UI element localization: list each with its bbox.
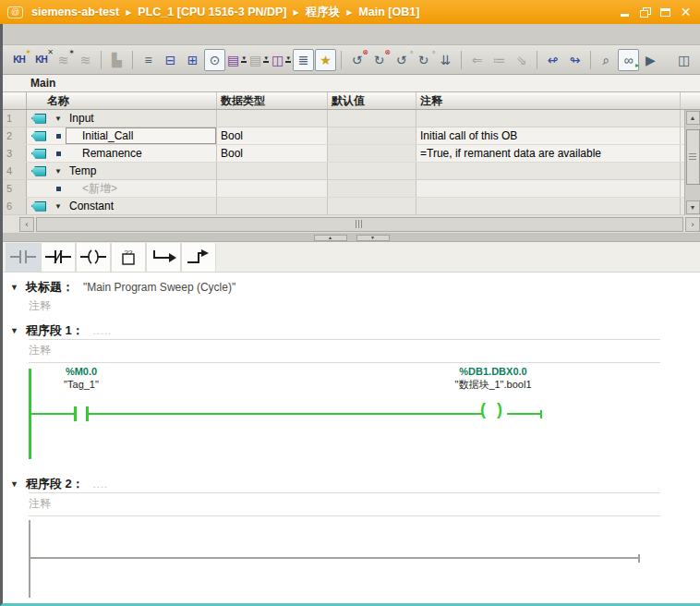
absolute-operands-icon[interactable]: ⇐ bbox=[466, 49, 488, 71]
row-number[interactable]: 2 bbox=[3, 127, 27, 144]
contact-operand-label[interactable]: %M0.0 "Tag_1" bbox=[30, 365, 132, 391]
contact-address[interactable]: %M0.0 bbox=[30, 365, 132, 378]
coil-address[interactable]: %DB1.DBX0.0 bbox=[410, 365, 576, 378]
cell-comment[interactable] bbox=[416, 110, 681, 127]
empty-box-icon[interactable]: ?? bbox=[111, 243, 146, 272]
cell-comment[interactable] bbox=[416, 198, 681, 214]
header-datatype[interactable]: 数据类型 bbox=[217, 92, 328, 109]
row-marker-cell[interactable]: ▼ bbox=[51, 198, 66, 214]
network-1-header[interactable]: ▼ 程序段 1： ..... bbox=[10, 322, 700, 339]
goto-next-error-icon[interactable]: ↻⊗ bbox=[368, 49, 390, 71]
table-row[interactable]: 4▼Temp bbox=[3, 163, 700, 180]
collapse-networks-icon[interactable]: ⊟ bbox=[160, 49, 181, 71]
network-2-title-placeholder[interactable]: .... bbox=[93, 479, 108, 490]
free-form-comments-icon[interactable]: ▤▼ bbox=[248, 49, 270, 71]
network-comments-icon[interactable]: ≡ bbox=[138, 49, 159, 71]
operand-display-icon[interactable]: ◫▼ bbox=[271, 49, 292, 71]
network-2-rung[interactable] bbox=[3, 516, 700, 603]
table-row[interactable]: 3RemanenceBool=True, if remanent data ar… bbox=[3, 145, 700, 163]
outdent-icon[interactable]: ⇘ bbox=[511, 49, 532, 71]
row-marker-cell[interactable] bbox=[51, 180, 66, 197]
find-replace-icon[interactable]: ⌕ bbox=[596, 49, 617, 71]
open-branch-icon[interactable] bbox=[146, 243, 181, 272]
cell-comment[interactable]: Initial call of this OB bbox=[416, 127, 681, 144]
collapse-triangle-icon[interactable]: ▼ bbox=[10, 326, 18, 335]
pane-splitter[interactable]: ▲ ▼ bbox=[3, 234, 700, 242]
cell-default-value[interactable] bbox=[328, 163, 416, 179]
table-row[interactable]: 1▼Input bbox=[3, 110, 700, 127]
cell-default-value[interactable] bbox=[328, 198, 416, 214]
vertical-scrollbar[interactable]: ▲ ▼ bbox=[684, 110, 700, 215]
coil-tag-name[interactable]: "数据块_1".bool1 bbox=[410, 378, 576, 391]
cell-name[interactable]: Temp bbox=[66, 163, 217, 179]
network-1-comment-placeholder[interactable]: 注释 bbox=[29, 340, 660, 363]
cell-comment[interactable] bbox=[416, 163, 681, 179]
collapse-triangle-icon[interactable]: ▼ bbox=[10, 283, 18, 292]
row-marker-cell[interactable] bbox=[51, 145, 66, 162]
row-marker-cell[interactable] bbox=[51, 127, 66, 144]
block-interface-icon[interactable]: ≣ bbox=[293, 49, 314, 71]
breadcrumb-program-blocks[interactable]: 程序块 bbox=[306, 5, 341, 20]
indent-icon[interactable]: ≔ bbox=[489, 49, 510, 71]
cell-name[interactable]: Constant bbox=[66, 198, 217, 214]
horizontal-scrollbar[interactable]: ‹ › bbox=[3, 215, 700, 234]
scroll-right-icon[interactable]: › bbox=[685, 217, 700, 232]
keep-actual-values-icon[interactable]: ▙ bbox=[106, 49, 127, 71]
table-row[interactable]: 2Initial_CallBoolInitial call of this OB bbox=[3, 127, 700, 145]
monitoring-icon[interactable]: ∞▸ bbox=[618, 49, 639, 71]
header-comment[interactable]: 注释 bbox=[416, 92, 681, 109]
block-comment-placeholder[interactable]: 注释 bbox=[29, 298, 700, 313]
cell-default-value[interactable] bbox=[328, 110, 416, 127]
close-branch-icon[interactable] bbox=[181, 243, 216, 272]
favorites-edit-icon[interactable]: ★ bbox=[315, 49, 336, 71]
row-number[interactable]: 5 bbox=[3, 180, 27, 197]
cell-default-value[interactable] bbox=[328, 127, 416, 144]
block-title-value[interactable]: "Main Program Sweep (Cycle)" bbox=[83, 281, 235, 294]
row-number[interactable]: 3 bbox=[3, 145, 27, 162]
cell-default-value[interactable] bbox=[328, 145, 416, 162]
network-2-header[interactable]: ▼ 程序段 2： .... bbox=[10, 476, 700, 492]
horizontal-scroll-thumb[interactable] bbox=[36, 217, 683, 232]
cell-comment[interactable]: =True, if remanent data are available bbox=[416, 145, 681, 162]
compile-icon[interactable]: ⇊ bbox=[435, 49, 456, 71]
toolbar-overflow-icon[interactable]: ▶ bbox=[640, 49, 661, 71]
maximize-button[interactable] bbox=[658, 6, 672, 18]
table-row[interactable]: 6▼Constant bbox=[3, 198, 700, 215]
restore-button[interactable] bbox=[638, 6, 652, 18]
row-number[interactable]: 1 bbox=[3, 110, 27, 127]
collapse-triangle-icon[interactable]: ▼ bbox=[10, 479, 18, 489]
close-button[interactable]: ✕ bbox=[679, 6, 693, 18]
row-number[interactable]: 4 bbox=[3, 163, 27, 179]
scroll-left-icon[interactable]: ‹ bbox=[19, 217, 34, 232]
cell-name[interactable]: <新增> bbox=[66, 180, 217, 197]
breadcrumb-project[interactable]: siemens-ab-test bbox=[31, 6, 119, 18]
minimize-button[interactable] bbox=[618, 6, 632, 18]
coil-operand-label[interactable]: %DB1.DBX0.0 "数据块_1".bool1 bbox=[410, 365, 576, 391]
network-1-title-placeholder[interactable]: ..... bbox=[93, 325, 112, 336]
cell-datatype[interactable] bbox=[217, 110, 328, 127]
coil-icon[interactable] bbox=[76, 243, 111, 272]
cell-datatype[interactable]: Bool bbox=[217, 127, 328, 144]
goto-previous-error-icon[interactable]: ↺⊗ bbox=[346, 49, 368, 71]
header-name[interactable]: 名称 bbox=[27, 92, 217, 109]
toggle-comments-icon[interactable]: ⊙ bbox=[204, 49, 225, 71]
expand-networks-icon[interactable]: ⊞ bbox=[182, 49, 203, 71]
row-number[interactable]: 6 bbox=[3, 198, 27, 214]
network-2-comment-placeholder[interactable]: 注释 bbox=[29, 493, 660, 516]
goto-previous-point-icon[interactable]: ↫ bbox=[542, 49, 563, 71]
goto-next-point-icon[interactable]: ↬ bbox=[564, 49, 585, 71]
expand-operands-icon[interactable]: ▤▼ bbox=[226, 49, 247, 71]
detail-view-icon[interactable]: ◫ bbox=[673, 49, 694, 71]
network-1-rung[interactable]: %M0.0 "Tag_1" ( ) %DB1.DBX0.0 "数据块_1".bo… bbox=[3, 363, 700, 467]
section-collapse-icon[interactable]: ▼ bbox=[54, 202, 62, 211]
row-marker-cell[interactable]: ▼ bbox=[51, 110, 66, 127]
contact-open-icon[interactable] bbox=[6, 243, 41, 272]
cell-datatype[interactable] bbox=[217, 180, 328, 197]
vertical-scroll-thumb[interactable] bbox=[686, 129, 700, 185]
scroll-up-icon[interactable]: ▲ bbox=[686, 111, 700, 125]
cell-datatype[interactable] bbox=[217, 198, 328, 214]
cell-name[interactable]: Input bbox=[66, 110, 217, 127]
cell-name[interactable]: Remanence bbox=[66, 145, 217, 162]
row-marker-cell[interactable]: ▼ bbox=[51, 163, 66, 179]
cell-default-value[interactable] bbox=[328, 180, 416, 197]
